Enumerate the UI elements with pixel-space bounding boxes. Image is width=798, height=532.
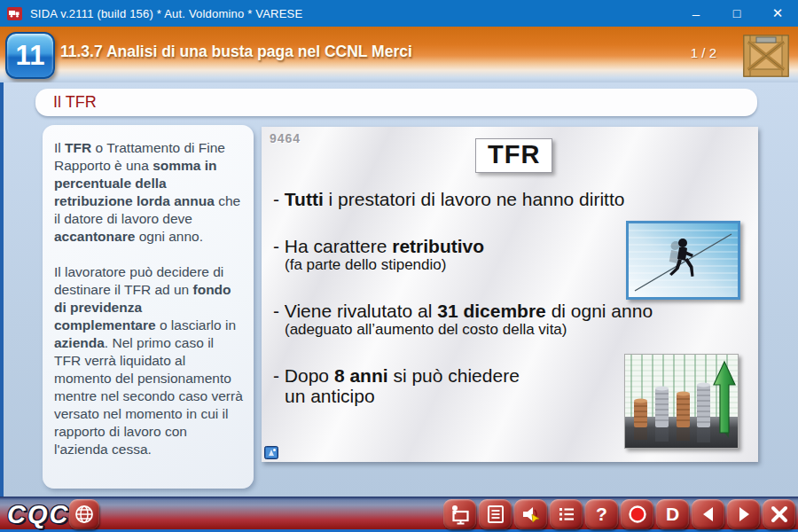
lesson-heading-bar: Il TFR [35, 89, 757, 116]
index-button[interactable] [550, 499, 583, 529]
back-button[interactable] [692, 499, 724, 529]
audio-button[interactable] [514, 499, 547, 529]
lesson-heading-text: Il TFR [53, 93, 97, 112]
speaker-icon [520, 504, 542, 525]
sidebar-paragraph: Il lavoratore può decidere di destinare … [54, 263, 243, 458]
window-title: SIDA v.2111 (build 156) * Aut. Voldomino… [30, 7, 302, 20]
presentation-button[interactable] [443, 499, 476, 529]
bottom-toolbar: CQC [0, 497, 798, 532]
lesson-content-area: Il TFR Il TFR o Trattamento di Fine Rapp… [0, 82, 798, 497]
sidebar-text: Il TFR o Trattamento di Fine Rapporto è … [43, 125, 254, 489]
media-icon[interactable] [264, 446, 278, 459]
x-icon [769, 504, 790, 525]
window-titlebar: SIDA v.2111 (build 156) * Aut. Voldomino… [0, 0, 798, 27]
cqc-logo: CQC [7, 500, 69, 529]
truck-app-icon [7, 7, 22, 20]
bullet-line: - Tutti i prestatori di lavoro ne hanno … [273, 189, 752, 209]
sida-application-window: SIDA v.2111 (build 156) * Aut. Voldomino… [0, 0, 798, 532]
arrow-left-icon [698, 504, 719, 525]
bullet-line: - Viene rivalutato al 31 dicembre di ogn… [273, 301, 752, 321]
maximize-button[interactable]: □ [716, 0, 757, 27]
help-button[interactable]: ? [585, 499, 618, 529]
dictionary-button[interactable]: D [656, 499, 689, 529]
lesson-header: 11 11.3.7 Analisi di una busta paga nel … [0, 27, 798, 82]
close-lesson-button[interactable] [763, 499, 795, 529]
list-icon [556, 504, 577, 525]
minimize-button[interactable]: – [676, 0, 716, 27]
forward-button[interactable] [727, 499, 760, 529]
sidebar-paragraph: Il TFR o Trattamento di Fine Rapporto è … [54, 139, 243, 246]
chapter-badge: 11 [5, 32, 55, 79]
lesson-title: 11.3.7 Analisi di una busta paga nel CCN… [60, 43, 412, 61]
globe-button[interactable] [69, 499, 99, 529]
presenter-screen-icon [450, 504, 471, 525]
slide-panel: 9464 TFR - Tutti i prestatori di lavoro … [262, 127, 758, 462]
record-button[interactable] [621, 499, 653, 529]
left-accent-strip [0, 82, 4, 497]
bullet-line: (adeguato all’aumento del costo della vi… [273, 321, 752, 339]
slide-bullet: - Viene rivalutato al 31 dicembre di ogn… [273, 301, 752, 339]
record-icon [627, 504, 648, 525]
arrow-right-icon [733, 504, 755, 525]
document-button[interactable] [479, 499, 512, 529]
slide-code-number: 9464 [270, 131, 301, 145]
walker-image [626, 221, 740, 300]
page-indicator: 1 / 2 [691, 45, 716, 60]
document-icon [485, 504, 506, 525]
close-window-button[interactable]: ✕ [757, 0, 798, 27]
wooden-crate-icon [743, 35, 789, 77]
globe-icon [74, 504, 95, 525]
slide-title-box: TFR [475, 138, 552, 173]
slide-bullet: - Tutti i prestatori di lavoro ne hanno … [273, 189, 752, 209]
coins-image [624, 354, 739, 449]
